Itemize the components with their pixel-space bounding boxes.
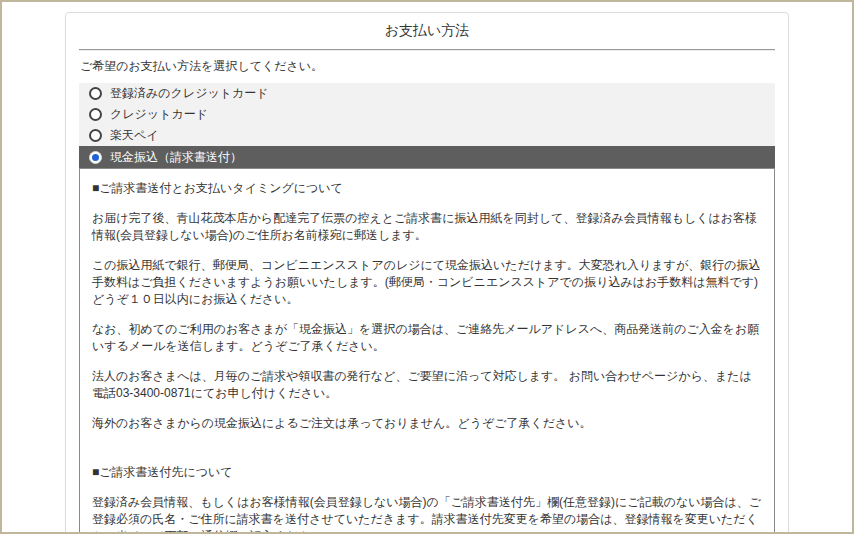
radio-unselected-icon[interactable] — [89, 87, 102, 100]
payment-options-group: 登録済みのクレジットカード クレジットカード 楽天ペイ 現金振込（請求書送付） … — [79, 83, 775, 534]
payment-option-label: 登録済みのクレジットカード — [110, 85, 269, 102]
payment-option-registered-card[interactable]: 登録済みのクレジットカード — [79, 83, 775, 104]
payment-instruction: ご希望のお支払い方法を選択してください。 — [80, 58, 775, 75]
details-para-first-time: なお、初めてのご利用のお客さまが「現金振込」を選択の場合は、ご連絡先メールアドレ… — [92, 321, 762, 355]
radio-unselected-icon[interactable] — [89, 108, 102, 121]
details-para-transfer: この振込用紙で銀行、郵便局、コンビニエンスストアのレジにて現金振込いただけます。… — [92, 257, 762, 308]
details-heading-address: ■ご請求書送付先について — [92, 464, 762, 481]
details-para-delivery: お届け完了後、青山花茂本店から配達完了伝票の控えとご請求書に振込用紙を同封して、… — [92, 210, 762, 244]
radio-selected-icon[interactable] — [89, 151, 102, 164]
payment-option-label: クレジットカード — [110, 106, 208, 123]
payment-option-label: 現金振込（請求書送付） — [110, 149, 242, 166]
payment-option-bank-transfer[interactable]: 現金振込（請求書送付） — [79, 146, 775, 168]
radio-unselected-icon[interactable] — [89, 129, 102, 142]
details-para-address: 登録済み会員情報、もしくはお客様情報(会員登録しない場合)の「ご請求書送付先」欄… — [92, 494, 762, 534]
payment-option-label: 楽天ペイ — [110, 127, 159, 144]
title-divider — [79, 49, 775, 51]
payment-option-credit-card[interactable]: クレジットカード — [79, 104, 775, 125]
bank-transfer-details: ■ご請求書送付とお支払いタイミングについて お届け完了後、青山花茂本店から配達完… — [79, 168, 775, 534]
details-para-corporate: 法人のお客さまへは、月毎のご請求や領収書の発行など、ご要望に沿って対応します。 … — [92, 368, 762, 402]
payment-panel-title: お支払い方法 — [79, 22, 775, 49]
details-para-overseas: 海外のお客さまからの現金振込によるご注文は承っておりません。どうぞご了承ください… — [92, 415, 762, 432]
payment-method-panel: お支払い方法 ご希望のお支払い方法を選択してください。 登録済みのクレジットカー… — [65, 12, 789, 534]
details-heading-timing: ■ご請求書送付とお支払いタイミングについて — [92, 180, 762, 197]
payment-option-rakuten-pay[interactable]: 楽天ペイ — [79, 125, 775, 146]
